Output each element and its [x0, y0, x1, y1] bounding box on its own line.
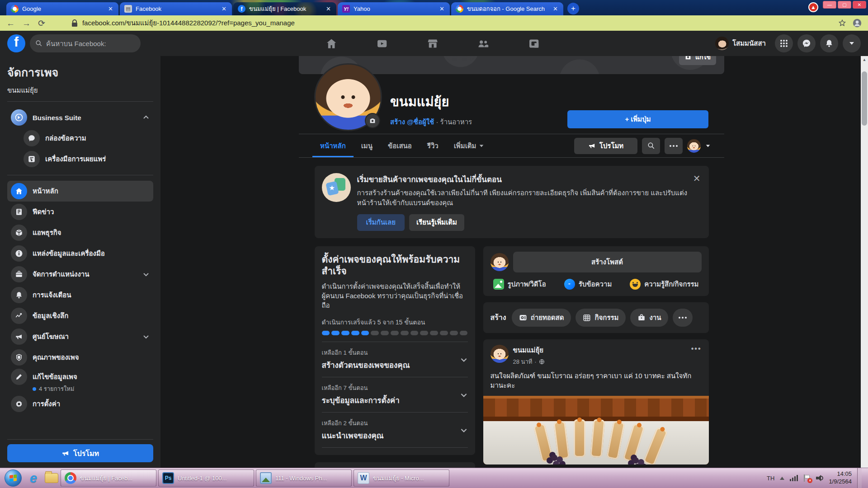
cover-edit-button[interactable]: แก้ไข [679, 56, 716, 65]
sidebar-item-resources-tools[interactable]: แหล่งข้อมูลและเครื่องมือ [7, 243, 153, 264]
start-button[interactable] [5, 469, 22, 487]
page-search-button[interactable] [642, 138, 660, 154]
internet-explorer-button[interactable]: e [24, 469, 42, 487]
extension-badge-icon[interactable]: ▲ [808, 2, 818, 12]
sidebar-item-publishing-tools[interactable]: เครื่องมือการเผยแพร่ [7, 149, 153, 169]
taskbar-word-button[interactable]: W ขนมแม่ยุ้ย - Micro... [354, 469, 449, 487]
url-field[interactable]: facebook.com/ขนมแม่ยุ้ย-101444882282092/… [52, 18, 831, 28]
page-scrollbar[interactable]: ▲ [861, 56, 868, 468]
browser-profile-icon[interactable] [853, 19, 862, 28]
maximize-button[interactable]: ▢ [838, 1, 851, 9]
messenger-icon[interactable] [797, 34, 816, 52]
header-profile[interactable]: โสมมนัสสา [713, 35, 770, 52]
new-tab-button[interactable]: + [567, 3, 579, 14]
feeling-activity-button[interactable]: ความรู้สึก/กิจกรรม [630, 279, 698, 290]
action-center-flag-icon[interactable]: ✕ [803, 474, 811, 482]
facebook-search[interactable] [30, 34, 141, 52]
sidebar-item-ad-center[interactable]: ศูนย์โฆษณา [7, 326, 153, 347]
photo-video-button[interactable]: รูปภาพ/วิดีโอ [493, 279, 546, 290]
sidebar-item-home[interactable]: หน้าหลัก [7, 181, 153, 202]
sidebar-item-news-feed[interactable]: ฟีดข่าว [7, 202, 153, 222]
chevron-down-icon[interactable] [460, 391, 468, 399]
bookmark-star-icon[interactable] [838, 19, 846, 27]
post-author-avatar[interactable] [491, 345, 509, 363]
sidebar-item-inbox[interactable]: กล่องข้อความ [7, 128, 153, 149]
tab-close-icon[interactable]: ✕ [552, 5, 559, 12]
get-started-button[interactable]: เริ่มกันเลย [357, 214, 405, 231]
taskbar-photoshop-button[interactable]: Ps Untitled-1 @ 100... [158, 469, 254, 487]
avatar-camera-button[interactable] [365, 113, 380, 128]
sidebar-item-edit-page-info[interactable]: แก้ไขข้อมูลเพจ [7, 368, 153, 386]
add-button-button[interactable]: + เพิ่มปุ่ม [567, 110, 708, 128]
post-more-icon[interactable]: ••• [691, 345, 702, 353]
sidebar-item-manage-jobs[interactable]: จัดการตำแหน่งงาน [7, 264, 153, 285]
post-time[interactable]: 28 นาที [513, 357, 533, 366]
sidebar-item-business-suite[interactable]: Business Suite [7, 107, 153, 128]
close-button[interactable]: ✕ [853, 1, 866, 9]
tab-close-icon[interactable]: ✕ [221, 5, 227, 12]
setup-step-identity[interactable]: เหลืออีก 1 ขั้นตอน สร้างตัวตนของเพจของคุ… [322, 342, 468, 377]
sidebar-promote-button[interactable]: โปรโมท [7, 444, 153, 462]
banner-close-icon[interactable]: ✕ [693, 173, 701, 184]
browser-tab-yahoo[interactable]: Y! Yahoo ✕ [338, 2, 450, 15]
tab-menu[interactable]: เมนู [354, 134, 380, 157]
switch-profile-avatar[interactable] [687, 139, 701, 153]
tab-reviews[interactable]: รีวิว [420, 134, 446, 157]
home-nav-icon[interactable] [306, 38, 357, 50]
create-username-link[interactable]: สร้าง @ชื่อผู้ใช้ [390, 118, 434, 126]
job-button[interactable]: งาน [630, 309, 668, 327]
tab-close-icon[interactable]: ✕ [439, 5, 445, 12]
page-promote-button[interactable]: โปรโมท [574, 138, 637, 154]
menu-grid-icon[interactable] [775, 34, 793, 52]
marketplace-nav-icon[interactable] [407, 38, 458, 50]
sidebar-item-business-apps[interactable]: แอพธุรกิจ [7, 222, 153, 243]
get-messages-button[interactable]: รับข้อความ [564, 279, 612, 290]
learn-more-button[interactable]: เรียนรู้เพิ่มเติม [409, 214, 464, 231]
sidebar-item-page-quality[interactable]: คุณภาพของเพจ [7, 347, 153, 368]
browser-tab-active-page[interactable]: f ขนมแม่ยุ้ย | Facebook ✕ [233, 2, 336, 15]
live-video-button[interactable]: ถ่ายทอดสด [512, 309, 571, 327]
sidebar-item-settings[interactable]: การตั้งค่า [7, 394, 153, 414]
create-post-input[interactable]: สร้างโพสต์ [513, 252, 702, 272]
page-more-button[interactable] [665, 138, 683, 154]
back-icon[interactable]: ← [6, 19, 15, 28]
forward-icon[interactable]: → [22, 19, 31, 28]
taskbar-chrome-button[interactable]: ขนมแม่ยุ้ย | Faceb... [61, 469, 156, 487]
watch-nav-icon[interactable] [357, 38, 407, 50]
gaming-nav-icon[interactable] [509, 38, 559, 50]
setup-step-info[interactable]: เหลืออีก 7 ขั้นตอน ระบุข้อมูลและการตั้งค… [322, 377, 468, 413]
browser-tab-google[interactable]: Google ✕ [6, 2, 118, 15]
file-explorer-button[interactable] [42, 469, 61, 487]
create-more-button[interactable] [673, 309, 693, 327]
tab-home[interactable]: หน้าหลัก [312, 134, 354, 157]
scroll-thumb[interactable] [862, 71, 867, 126]
show-desktop-button[interactable] [857, 468, 862, 488]
notifications-bell-icon[interactable] [820, 34, 838, 52]
tab-close-icon[interactable]: ✕ [325, 5, 332, 12]
chevron-down-icon[interactable] [460, 356, 468, 364]
browser-tab-facebook[interactable]: ▤ Facebook ✕ [120, 2, 232, 15]
browser-tab-search[interactable]: ขนมดอกจอก - Google Search ✕ [451, 2, 563, 15]
hidden-icons-icon[interactable] [780, 477, 784, 480]
groups-nav-icon[interactable] [458, 38, 509, 50]
composer-avatar[interactable] [491, 253, 509, 271]
tab-close-icon[interactable]: ✕ [107, 5, 114, 12]
facebook-logo[interactable]: f [7, 34, 25, 52]
event-button[interactable]: กิจกรรม [576, 309, 626, 327]
network-signal-icon[interactable] [790, 475, 798, 481]
chevron-down-icon[interactable] [705, 143, 711, 149]
minimize-button[interactable]: — [823, 1, 836, 9]
setup-step-introduce[interactable]: เหลืออีก 2 ขั้นตอน แนะนำเพจของคุณ [322, 413, 468, 448]
reload-icon[interactable]: ⟳ [38, 19, 45, 28]
taskbar-photo-viewer-button[interactable]: 111 - Windows Ph... [256, 469, 352, 487]
volume-icon[interactable] [816, 475, 823, 481]
sidebar-item-insights[interactable]: ข้อมูลเชิงลึก [7, 305, 153, 326]
language-indicator[interactable]: TH [767, 475, 774, 482]
taskbar-clock[interactable]: 14:05 1/9/2564 [829, 470, 852, 486]
tab-offers[interactable]: ข้อเสนอ [380, 134, 420, 157]
post-author-name[interactable]: ขนมแม่ยุ้ย [513, 345, 545, 356]
tab-more[interactable]: เพิ่มเติม [446, 134, 492, 157]
search-input[interactable] [46, 40, 127, 47]
post-photo[interactable] [483, 396, 709, 465]
chevron-down-icon[interactable] [460, 426, 468, 434]
